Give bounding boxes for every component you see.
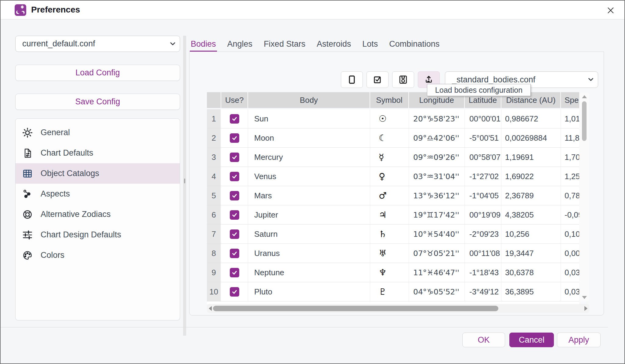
symbol-cell: ♂: [370, 186, 409, 205]
scroll-right-icon[interactable]: [584, 306, 587, 311]
table-row[interactable]: 4 Venus ♀ 03°♒31'04'' -1°27'02 1,69022 1…: [207, 167, 579, 186]
use-cell: [221, 225, 248, 243]
speed-cell: 1,252: [561, 167, 579, 186]
chevron-down-icon: [584, 75, 598, 84]
symbol-cell: ☉: [370, 109, 409, 128]
body-cell: Sun: [248, 109, 370, 128]
sidebar-item-aspects[interactable]: Aspects: [16, 184, 180, 204]
scroll-up-icon[interactable]: [582, 95, 587, 98]
tab-lots[interactable]: Lots: [361, 37, 379, 52]
tab-angles[interactable]: Angles: [226, 37, 254, 52]
uncheck-all-button[interactable]: [341, 71, 363, 88]
header-index[interactable]: [207, 92, 221, 108]
speed-cell: 0,030: [561, 282, 579, 301]
use-checkbox[interactable]: [230, 268, 239, 277]
use-checkbox[interactable]: [230, 114, 239, 124]
longitude-cell: 09°♒09'26'': [409, 148, 465, 167]
table-row[interactable]: 9 Neptune ♆ 11°♓46'47'' -1°18'43 30,6378…: [207, 263, 579, 282]
config-file-select[interactable]: current_default.conf: [15, 36, 180, 52]
symbol-cell: ♄: [370, 225, 409, 243]
body-cell: Mars: [248, 186, 370, 205]
use-checkbox[interactable]: [230, 287, 239, 297]
use-checkbox[interactable]: [230, 172, 239, 181]
tab-asteroids[interactable]: Asteroids: [316, 37, 352, 52]
sidebar-item-colors[interactable]: Colors: [16, 245, 180, 265]
sidebar-item-chart-defaults[interactable]: Chart Defaults: [16, 143, 180, 163]
use-checkbox[interactable]: [230, 191, 239, 200]
symbol-cell: ♇: [370, 282, 409, 301]
table-row[interactable]: 2 Moon ☾ 09°♎42'06'' -5°00'51 0,00269884…: [207, 128, 579, 148]
symbol-cell: ♅: [370, 244, 409, 263]
use-checkbox[interactable]: [230, 153, 239, 162]
symbol-cell: ♃: [370, 205, 409, 224]
latitude-cell: 00°58'07: [465, 148, 501, 167]
header-symbol[interactable]: Symbol: [370, 92, 409, 108]
table-body: 1 Sun ☉ 20°♑58'23'' 00°00'01 0,986672 1,…: [207, 109, 579, 301]
app-logo-icon: [15, 4, 26, 16]
aspects-icon: [22, 189, 33, 199]
distance-cell: 30,6378: [501, 263, 561, 282]
sidebar-item-object-catalogs[interactable]: Object Catalogs: [16, 163, 180, 184]
latitude-cell: -5°00'51: [465, 128, 501, 147]
vertical-scroll-thumb[interactable]: [582, 101, 587, 141]
horizontal-scroll-thumb[interactable]: [213, 306, 498, 311]
row-number: 3: [207, 148, 221, 167]
save-bodies-button[interactable]: [392, 71, 414, 88]
use-cell: [221, 109, 248, 128]
sliders-icon: [22, 230, 33, 240]
table-row[interactable]: 5 Mars ♂ 13°♑36'12'' -1°04'05 2,36789 0,…: [207, 186, 579, 205]
tab-combinations[interactable]: Combinations: [388, 37, 440, 52]
close-icon[interactable]: [605, 5, 616, 16]
use-checkbox[interactable]: [230, 133, 239, 143]
table-row[interactable]: 3 Mercury ☿ 09°♒09'26'' 00°58'07 1,19691…: [207, 148, 579, 167]
use-checkbox[interactable]: [230, 249, 239, 258]
body-cell: Uranus: [248, 244, 370, 263]
distance-cell: 0,00269884: [501, 128, 561, 147]
scroll-left-icon[interactable]: [209, 306, 212, 311]
speed-cell: 0,785: [561, 186, 579, 205]
tab-fixed-stars[interactable]: Fixed Stars: [263, 37, 306, 52]
longitude-cell: 19°♊17'42'': [409, 205, 465, 224]
save-config-button[interactable]: Save Config: [15, 94, 180, 110]
tab-bodies[interactable]: Bodies: [190, 37, 217, 52]
ok-button[interactable]: OK: [462, 333, 505, 347]
speed-cell: 0,004: [561, 244, 579, 263]
cancel-button[interactable]: Cancel: [509, 333, 554, 347]
table-horizontal-scrollbar[interactable]: [207, 304, 589, 313]
table-row[interactable]: 7 Saturn ♄ 10°♓54'40'' -2°09'23 10,256 0…: [207, 225, 579, 244]
row-number: 1: [207, 109, 221, 128]
longitude-cell: 03°♒31'04'': [409, 167, 465, 186]
table-row[interactable]: 10 Pluto ♇ 04°♑05'52'' -3°49'12 36,3895 …: [207, 282, 579, 301]
splitter-handle[interactable]: [183, 36, 186, 336]
sidebar-item-alternative-zodiacs[interactable]: Alternative Zodiacs: [16, 204, 180, 225]
table-vertical-scrollbar[interactable]: [579, 93, 589, 301]
row-number: 5: [207, 186, 221, 205]
catalog-tabs: BodiesAnglesFixed StarsAsteroidsLotsComb…: [190, 37, 440, 52]
apply-button[interactable]: Apply: [557, 333, 601, 347]
scroll-down-icon[interactable]: [582, 296, 587, 299]
header-speed[interactable]: Spe: [561, 92, 579, 108]
latitude-cell: -1°18'43: [465, 263, 501, 282]
bodies-table: Use? Body Symbol Longitude Latitude Dist…: [207, 92, 579, 304]
settings-nav-list: GeneralChart DefaultsObject CatalogsAspe…: [15, 118, 180, 320]
load-config-button[interactable]: Load Config: [15, 65, 180, 81]
check-all-button[interactable]: [367, 71, 388, 88]
speed-cell: 1,012: [561, 109, 579, 128]
header-use[interactable]: Use?: [221, 92, 248, 108]
longitude-cell: 10°♓54'40'': [409, 225, 465, 243]
table-row[interactable]: 8 Uranus ♅ 07°♉05'21'' 00°11'08 19,3447 …: [207, 244, 579, 263]
use-checkbox[interactable]: [230, 229, 239, 239]
use-checkbox[interactable]: [230, 210, 239, 220]
bodies-config-value: _standard_bodies.conf: [445, 75, 584, 85]
body-cell: Mercury: [248, 148, 370, 167]
header-body[interactable]: Body: [248, 92, 370, 108]
sidebar-item-general[interactable]: General: [16, 122, 180, 143]
table-row[interactable]: 1 Sun ☉ 20°♑58'23'' 00°00'01 0,986672 1,…: [207, 109, 579, 128]
latitude-cell: 00°11'08: [465, 244, 501, 263]
table-row[interactable]: 6 Jupiter ♃ 19°♊17'42'' 00°19'09 4,38205…: [207, 205, 579, 225]
title-bar: Preferences: [1, 1, 624, 20]
latitude-cell: -1°04'05: [465, 186, 501, 205]
sidebar-item-chart-design-defaults[interactable]: Chart Design Defaults: [16, 225, 180, 245]
use-cell: [221, 205, 248, 224]
row-number: 8: [207, 244, 221, 263]
